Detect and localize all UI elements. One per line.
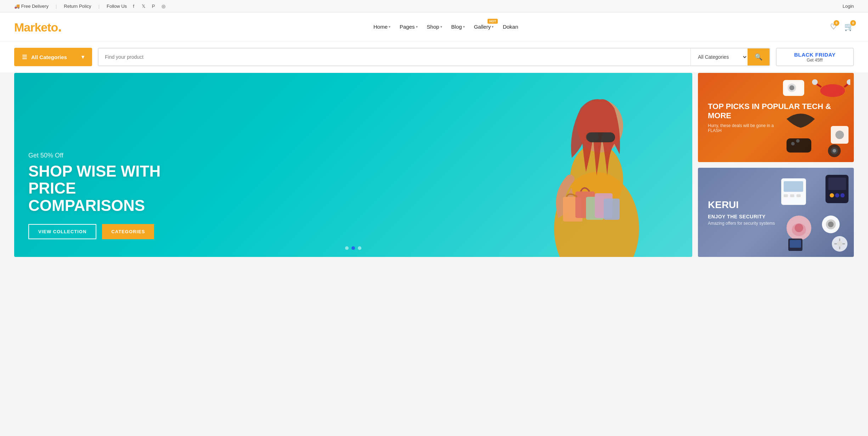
hero-side-banners: TOP PICKS IN POPULAR TECH & MORE Hurry, …: [698, 73, 854, 257]
topbar-divider2: |: [98, 4, 100, 9]
svg-point-13: [789, 85, 794, 90]
hero-buttons: VIEW COLLECTION CATEGORIES: [28, 224, 191, 239]
follow-us-section: Follow Us f 𝕏 P ◎: [107, 3, 167, 9]
twitter-icon[interactable]: 𝕏: [140, 3, 147, 9]
topbar: 🚚 Free Delivery | Return Policy | Follow…: [0, 0, 868, 12]
header-icons: ♡ 0 🛒 0: [830, 22, 854, 31]
svg-rect-31: [796, 194, 801, 197]
svg-point-42: [828, 222, 834, 227]
hot-badge: Hot: [487, 19, 498, 24]
svg-point-39: [795, 224, 803, 232]
search-button[interactable]: 🔍: [748, 48, 770, 65]
svg-rect-48: [790, 240, 801, 248]
return-policy[interactable]: Return Policy: [64, 4, 91, 9]
hero-section: Get 50% Off SHOP WISE WITH PRICE COMPARI…: [0, 73, 868, 264]
svg-point-22: [791, 142, 795, 145]
logo-text: Marketo: [14, 21, 58, 34]
svg-rect-33: [828, 178, 846, 190]
security-banner-content: KERUI ENJOY THE SECURITY Amazing offers …: [708, 199, 775, 226]
slide-dots: [345, 246, 361, 250]
svg-rect-30: [790, 194, 794, 197]
chevron-down-icon: ▾: [389, 25, 390, 29]
black-friday-subtitle: Get 45ff!: [807, 58, 823, 63]
hero-title: SHOP WISE WITH PRICE COMPARISONS: [28, 163, 191, 214]
search-icon: 🔍: [755, 53, 762, 61]
slide-dot-2[interactable]: [351, 246, 355, 250]
topbar-divider: |: [56, 4, 57, 9]
search-area: ☰ All Categories ▾ All Categories Electr…: [0, 41, 868, 73]
login-link[interactable]: Login: [842, 4, 854, 9]
nav-pages[interactable]: Pages ▾: [396, 22, 421, 32]
nav-home[interactable]: Home ▾: [370, 22, 394, 32]
svg-rect-4: [586, 132, 599, 142]
chevron-down-icon: ▾: [492, 25, 494, 29]
view-collection-button[interactable]: VIEW COLLECTION: [28, 224, 96, 239]
chevron-down-icon: ▾: [440, 25, 442, 29]
nav-gallery[interactable]: Hot Gallery ▾: [470, 22, 497, 32]
delivery-truck-icon: 🚚: [14, 4, 20, 9]
logo[interactable]: Marketo.: [14, 19, 62, 35]
chevron-down-icon: ▾: [463, 25, 465, 29]
svg-point-35: [835, 193, 839, 197]
hero-discount-text: Get 50% Off: [28, 152, 191, 159]
categories-button[interactable]: CATEGORIES: [102, 224, 154, 239]
svg-rect-5: [602, 132, 614, 142]
all-categories-button[interactable]: ☰ All Categories ▾: [14, 48, 92, 66]
security-banner-subtitle2: Amazing offers for security systems: [708, 221, 775, 226]
header: Marketo. Home ▾ Pages ▾ Shop ▾ Blog ▾ Ho…: [0, 12, 868, 41]
hero-main-banner: Get 50% Off SHOP WISE WITH PRICE COMPARI…: [14, 73, 692, 257]
security-banner-subtitle1: ENJOY THE SECURITY: [708, 214, 775, 219]
slide-dot-1[interactable]: [345, 246, 349, 250]
nav-dokan[interactable]: Dokan: [499, 22, 522, 32]
pinterest-icon[interactable]: P: [150, 3, 157, 9]
hero-main-content: Get 50% Off SHOP WISE WITH PRICE COMPARI…: [28, 152, 191, 239]
security-banner-title: KERUI: [708, 199, 775, 211]
wishlist-button[interactable]: ♡ 0: [830, 22, 837, 31]
svg-point-26: [833, 149, 836, 153]
svg-point-36: [840, 193, 845, 197]
security-banner[interactable]: KERUI ENJOY THE SECURITY Amazing offers …: [698, 168, 854, 257]
facebook-icon[interactable]: f: [130, 3, 137, 9]
main-nav: Home ▾ Pages ▾ Shop ▾ Blog ▾ Hot Gallery…: [370, 22, 522, 32]
wishlist-count: 0: [834, 20, 839, 26]
tech-banner-title: TOP PICKS IN POPULAR TECH & MORE: [708, 102, 844, 121]
svg-rect-29: [784, 194, 788, 197]
cart-button[interactable]: 🛒 0: [844, 22, 854, 31]
search-container: All Categories Electronics Clothing Book…: [98, 48, 770, 66]
svg-point-34: [830, 193, 834, 197]
nav-shop[interactable]: Shop ▾: [423, 22, 446, 32]
black-friday-title: BLACK FRIDAY: [794, 52, 835, 58]
svg-point-17: [812, 79, 818, 85]
black-friday-banner[interactable]: BLACK FRIDAY Get 45ff!: [776, 48, 854, 66]
svg-point-23: [796, 139, 800, 143]
nav-blog[interactable]: Blog ▾: [448, 22, 468, 32]
logo-dot: .: [58, 19, 61, 34]
svg-point-46: [837, 241, 842, 247]
instagram-icon[interactable]: ◎: [160, 3, 167, 9]
chevron-down-icon: ▾: [81, 54, 84, 60]
chevron-down-icon: ▾: [416, 25, 418, 29]
hamburger-icon: ☰: [22, 54, 27, 61]
tech-banner-subtitle: Hurry, these deals will be gone in a FLA…: [708, 123, 779, 133]
cart-count: 0: [850, 20, 856, 26]
svg-rect-28: [784, 181, 803, 192]
topbar-left: 🚚 Free Delivery | Return Policy | Follow…: [14, 3, 167, 9]
hero-woman-figure: [522, 76, 671, 257]
svg-point-14: [820, 84, 845, 97]
slide-dot-3[interactable]: [358, 246, 361, 250]
security-gadgets-decoration: [779, 171, 850, 253]
free-delivery: 🚚 Free Delivery: [14, 4, 49, 9]
svg-rect-10: [604, 199, 620, 220]
category-select[interactable]: All Categories Electronics Clothing Book…: [691, 48, 748, 65]
tech-banner-content: TOP PICKS IN POPULAR TECH & MORE Hurry, …: [708, 102, 844, 133]
tech-banner[interactable]: TOP PICKS IN POPULAR TECH & MORE Hurry, …: [698, 73, 854, 162]
search-input[interactable]: [98, 48, 691, 65]
